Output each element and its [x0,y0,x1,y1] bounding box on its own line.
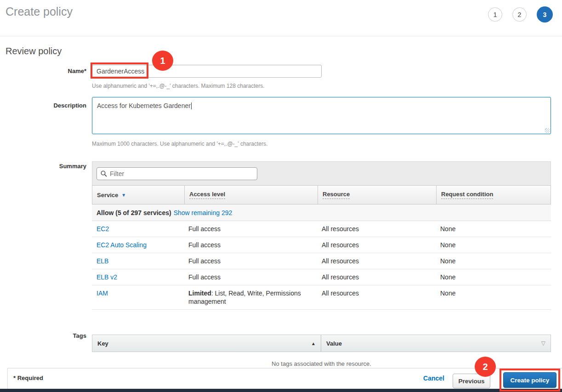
table-row: EC2 Full access All resources None [92,221,551,237]
search-icon [101,170,107,177]
summary-table-header: Service ▼ Access level Resource Request … [92,185,551,205]
service-link-elb[interactable]: ELB [97,257,108,265]
summary-filter-input[interactable] [110,170,253,177]
wizard-step-2: 2 [512,7,527,22]
request-condition-cell: None [436,269,551,285]
name-help-text: Use alphanumeric and '+=,.@-_' character… [92,83,265,89]
value-header-label: Value [326,340,342,347]
sort-ascending-icon: ▲ [311,341,316,346]
name-label: Name* [0,68,86,74]
description-label: Description [0,102,86,109]
policy-name-input[interactable] [92,65,322,78]
create-policy-button[interactable]: Create policy [503,372,556,388]
resource-cell: All resources [317,253,436,269]
access-level-cell: Full access [184,269,317,285]
policy-description-input[interactable]: Access for Kubernetes Gardener [92,97,551,134]
resource-cell: All resources [317,237,436,253]
request-condition-cell: None [436,253,551,269]
table-row: IAM Limited: List, Read, Write, Permissi… [92,285,551,310]
sort-down-icon: ▼ [121,193,126,198]
column-header-access-level: Access level [184,186,318,204]
required-note: * Required [13,375,43,381]
column-header-request-condition: Request condition [436,186,551,204]
table-row: ELB v2 Full access All resources None [92,269,551,285]
summary-table: Service ▼ Access level Resource Request … [92,161,551,310]
service-link-ec2-auto-scaling[interactable]: EC2 Auto Scaling [97,241,147,249]
review-policy-heading: Review policy [6,46,62,57]
service-link-ec2[interactable]: EC2 [97,225,109,233]
request-condition-cell: None [436,221,551,237]
key-header-label: Key [97,340,108,347]
create-policy-page: Create policy 1 2 3 Review policy Name* … [0,0,562,392]
resize-grip-icon[interactable] [545,128,550,133]
access-level-cell: Full access [184,253,317,269]
show-remaining-link[interactable]: Show remaining 292 [174,209,233,216]
text-caret [191,102,192,109]
page-title: Create policy [6,5,73,18]
bottom-dark-bar [0,389,562,392]
tags-label: Tags [0,332,86,339]
description-help-text: Maximum 1000 characters. Use alphanumeri… [92,141,267,147]
tags-value-header[interactable]: Value ▽ [321,335,551,352]
request-condition-cell: None [436,237,551,253]
access-level-cell: Full access [184,221,317,237]
service-link-elb-v2[interactable]: ELB v2 [97,273,117,281]
cancel-link[interactable]: Cancel [423,375,444,382]
annotation-badge-2: 2 [475,357,496,377]
filter-band [92,161,551,185]
description-value: Access for Kubernetes Gardener [97,102,191,109]
access-level-cell: Full access [184,237,317,253]
summary-label: Summary [0,163,86,170]
table-row: EC2 Auto Scaling Full access All resourc… [92,237,551,253]
column-header-resource: Resource [318,186,436,204]
service-link-iam[interactable]: IAM [97,290,108,297]
wizard-step-1: 1 [488,7,502,22]
annotation-badge-1: 1 [152,51,173,71]
allow-group-row: Allow (5 of 297 services) Show remaining… [92,205,551,221]
sort-descending-icon: ▽ [541,340,545,347]
access-level-cell: Limited: List, Read, Write, Permissions … [184,285,317,309]
request-condition-cell: None [436,285,551,309]
filter-input-wrap [97,167,257,180]
resource-cell: All resources [317,285,436,309]
resource-cell: All resources [317,269,436,285]
tags-key-header[interactable]: Key ▲ [92,335,321,352]
request-condition-header-label: Request condition [441,191,493,199]
access-level-header-label: Access level [189,191,225,199]
column-header-service[interactable]: Service ▼ [92,186,184,204]
wizard-steps: 1 2 3 [488,6,553,23]
resource-header-label: Resource [323,191,350,199]
wizard-step-3-active: 3 [537,6,553,23]
header-divider [0,36,562,36]
table-row: ELB Full access All resources None [92,253,551,269]
service-header-label: Service [97,192,118,199]
tags-table-header: Key ▲ Value ▽ [92,335,551,352]
allow-group-title: Allow (5 of 297 services) [97,209,171,216]
resource-cell: All resources [317,221,436,237]
